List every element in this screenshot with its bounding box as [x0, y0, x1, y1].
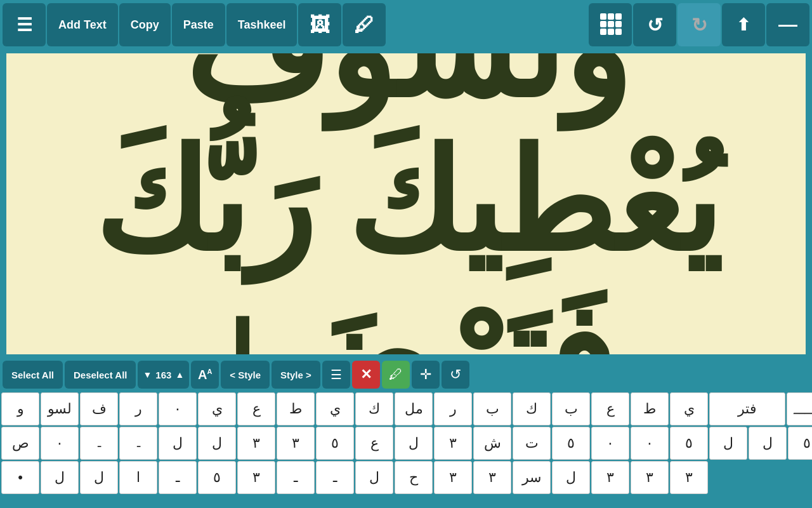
char-cell[interactable]: ي	[198, 392, 236, 425]
style-prev-button[interactable]: < Style	[221, 361, 270, 389]
size-up-button[interactable]: ▲	[174, 370, 185, 380]
redo-icon: ↻	[691, 14, 707, 36]
char-cell[interactable]: ع	[355, 427, 393, 460]
paint-button[interactable]: 🖊	[382, 361, 410, 389]
add-text-button[interactable]: Add Text	[47, 3, 118, 46]
char-cell[interactable]: ٣	[434, 461, 472, 494]
svg-rect-2	[615, 13, 622, 20]
arabic-text: وَلَسَوْفَ يُعْطِيكَ رَبُّكَ فَتَرْضَىٰ	[6, 52, 806, 356]
style-next-button[interactable]: Style >	[272, 361, 320, 389]
bottom-toolbar: Select All Deselect All ▼ 163 ▲ AA < Sty…	[0, 358, 812, 391]
char-cell-underline[interactable]: ___________	[787, 392, 812, 425]
char-cell[interactable]: ح	[395, 461, 433, 494]
image-button[interactable]: 🖼	[298, 3, 341, 46]
char-cell[interactable]: ك	[355, 392, 393, 425]
arabic-canvas: وَلَسَوْفَ يُعْطِيكَ رَبُّكَ فَتَرْضَىٰ	[6, 53, 806, 354]
char-row-1: و لسو ف ر ٠ ي ع ط ي ك مل ر ب ك ب ع ط ي ف…	[1, 392, 811, 425]
redo-button[interactable]: ↻	[678, 3, 721, 46]
char-cell[interactable]: ل	[709, 427, 747, 460]
align-icon: ☰	[331, 367, 342, 382]
char-cell[interactable]: ط	[277, 392, 315, 425]
char-cell[interactable]: ٣	[434, 427, 472, 460]
undo-icon: ↺	[647, 14, 663, 36]
char-cell[interactable]: ت	[513, 427, 551, 460]
char-cell[interactable]: ل	[749, 427, 787, 460]
char-cell[interactable]: ل	[395, 427, 433, 460]
char-cell[interactable]: ٠	[41, 427, 79, 460]
char-cell[interactable]: ٣	[473, 461, 511, 494]
char-cell[interactable]: ٣	[670, 461, 708, 494]
rotate-button[interactable]: ↺	[442, 361, 469, 389]
paint-icon: 🖊	[389, 366, 403, 383]
char-cell[interactable]: ا	[119, 461, 157, 494]
deselect-all-button[interactable]: Deselect All	[65, 361, 136, 389]
char-cell[interactable]: ف	[80, 392, 118, 425]
char-cell[interactable]: ٣	[277, 427, 315, 460]
char-cell[interactable]: ر	[434, 392, 472, 425]
char-cell[interactable]: ل	[80, 461, 118, 494]
minus-icon: —	[778, 14, 797, 36]
char-cell[interactable]: ر	[119, 392, 157, 425]
undo-button[interactable]: ↺	[633, 3, 676, 46]
select-all-button[interactable]: Select All	[3, 361, 63, 389]
char-cell[interactable]: ٥	[552, 427, 590, 460]
paste-button[interactable]: Paste	[172, 3, 225, 46]
char-cell[interactable]: ب	[552, 392, 590, 425]
rotate-icon: ↺	[450, 366, 461, 383]
share-button[interactable]: ⬆	[722, 3, 765, 46]
char-cell[interactable]: ٥	[198, 461, 236, 494]
char-cell[interactable]: ص	[1, 427, 39, 460]
char-cell[interactable]: سر	[513, 461, 551, 494]
char-cell[interactable]: ـ	[119, 427, 157, 460]
char-cell[interactable]: ـ	[316, 461, 354, 494]
char-cell[interactable]: ٥	[316, 427, 354, 460]
char-cell[interactable]: ع	[591, 392, 629, 425]
char-cell[interactable]: ٥	[788, 427, 812, 460]
char-cell[interactable]: لسو	[41, 392, 79, 425]
stamp-button[interactable]: 🖊	[343, 3, 386, 46]
char-cell[interactable]: مل	[395, 392, 433, 425]
grid-view-button[interactable]	[589, 3, 632, 46]
delete-button[interactable]: ✕	[352, 361, 380, 389]
char-cell[interactable]: ل	[552, 461, 590, 494]
char-cell[interactable]: ـ	[159, 461, 197, 494]
tashkeel-button[interactable]: Tashkeel	[226, 3, 298, 46]
align-button[interactable]: ☰	[322, 361, 350, 389]
char-cell[interactable]: ـ	[277, 461, 315, 494]
char-cell[interactable]: ٣	[237, 427, 275, 460]
char-cell[interactable]: و	[1, 392, 39, 425]
copy-button[interactable]: Copy	[119, 3, 171, 46]
char-cell[interactable]: •	[1, 461, 39, 494]
size-down-button[interactable]: ▼	[141, 370, 153, 380]
stamp-icon: 🖊	[354, 13, 374, 37]
minimize-button[interactable]: —	[766, 3, 809, 46]
char-cell[interactable]: ط	[631, 392, 669, 425]
share-icon: ⬆	[737, 15, 750, 35]
char-cell[interactable]: ٠	[159, 392, 197, 425]
char-cell[interactable]: ل	[159, 427, 197, 460]
char-cell[interactable]: ل	[355, 461, 393, 494]
char-cell[interactable]: ش	[473, 427, 511, 460]
char-cell[interactable]: ع	[237, 392, 275, 425]
char-cell[interactable]: ل	[198, 427, 236, 460]
char-cell[interactable]: ي	[316, 392, 354, 425]
move-icon: ✛	[420, 366, 431, 383]
move-button[interactable]: ✛	[412, 361, 440, 389]
char-cell[interactable]: ٠	[631, 427, 669, 460]
char-cell[interactable]: ب	[473, 392, 511, 425]
image-icon: 🖼	[310, 13, 330, 37]
char-cell[interactable]: ٥	[670, 427, 708, 460]
char-cell[interactable]: ل	[41, 461, 79, 494]
char-cell[interactable]: فتر	[709, 392, 785, 425]
deselect-all-label: Deselect All	[74, 370, 128, 380]
char-cell[interactable]: ٣	[237, 461, 275, 494]
char-cell[interactable]: ٠	[591, 427, 629, 460]
char-cell[interactable]: ٣	[591, 461, 629, 494]
char-cell[interactable]: ك	[513, 392, 551, 425]
font-size-button[interactable]: AA	[191, 361, 219, 389]
add-text-label: Add Text	[58, 18, 107, 32]
menu-button[interactable]: ☰	[3, 3, 46, 46]
char-cell[interactable]: ٣	[631, 461, 669, 494]
char-cell[interactable]: ـ	[80, 427, 118, 460]
char-cell[interactable]: ي	[670, 392, 708, 425]
